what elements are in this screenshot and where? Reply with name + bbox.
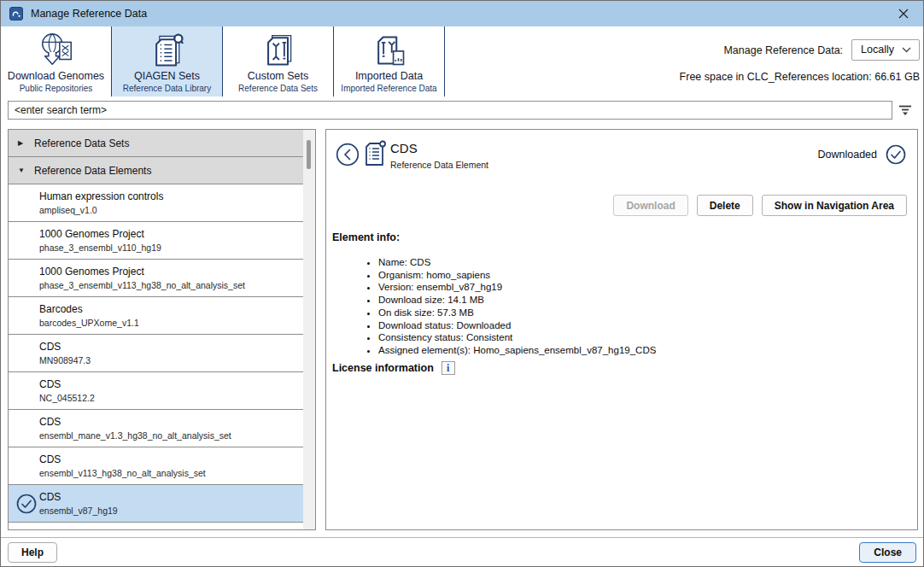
- status-text: Downloaded: [818, 149, 878, 161]
- element-info-item: Version: ensembl_v87_hg19: [378, 281, 656, 294]
- group-label: Reference Data Elements: [34, 165, 151, 177]
- license-row: License information i: [332, 361, 455, 375]
- detail-subtitle: Reference Data Element: [390, 160, 488, 170]
- group-reference-data-sets[interactable]: ▶ Reference Data Sets: [9, 130, 303, 157]
- action-buttons: Download Delete Show in Navigation Area: [613, 195, 907, 216]
- titlebar: Manage Reference Data: [1, 1, 923, 26]
- close-icon: [898, 9, 909, 19]
- window-close-button[interactable]: [884, 1, 923, 26]
- help-button[interactable]: Help: [8, 542, 57, 563]
- detail-title: CDS: [390, 141, 418, 155]
- filter-button[interactable]: [896, 102, 915, 118]
- qiagen-sets-icon: [149, 32, 186, 69]
- item-subtitle: MN908947.3: [39, 355, 303, 365]
- list-item[interactable]: Barcodes barcodes_UPXome_v1.1: [9, 297, 303, 335]
- tab-download-genomes[interactable]: Download Genomes Public Repositories: [1, 26, 112, 96]
- show-in-navigation-area-button[interactable]: Show in Navigation Area: [762, 195, 907, 216]
- element-info-heading: Element info:: [332, 231, 400, 243]
- element-info-item: Download status: Downloaded: [378, 319, 656, 332]
- list-item-selected[interactable]: CDS ensembl_v87_hg19: [9, 485, 303, 523]
- window-title: Manage Reference Data: [31, 8, 147, 20]
- info-icon[interactable]: i: [442, 361, 455, 375]
- location-select[interactable]: Locally: [851, 39, 920, 61]
- item-title: Human expression controls: [39, 190, 303, 202]
- reference-data-list-panel: ▶ Reference Data Sets ▼ Reference Data E…: [8, 129, 316, 530]
- footer: Help Close: [1, 537, 923, 566]
- expanded-triangle-icon: ▼: [18, 167, 26, 174]
- tab-custom-sets[interactable]: Custom Sets Reference Data Sets: [223, 26, 334, 96]
- list-item[interactable]: CDS ensembl_mane_v1.3_hg38_no_alt_analys…: [9, 410, 303, 447]
- element-info-item: Name: CDS: [378, 256, 656, 269]
- element-info-item: Organism: homo_sapiens: [378, 269, 656, 282]
- tab-sublabel: Reference Data Sets: [238, 84, 318, 93]
- list-item[interactable]: 1000 Genomes Project phase_3_ensembl_v11…: [9, 222, 303, 260]
- tab-sublabel: Public Repositories: [20, 84, 93, 93]
- status-check-circle-icon: [886, 144, 906, 165]
- search-input[interactable]: [8, 101, 892, 120]
- tab-sublabel: Imported Reference Data: [341, 84, 436, 93]
- manage-location-label: Manage Reference Data:: [723, 44, 843, 56]
- download-button[interactable]: Download: [613, 195, 687, 216]
- delete-button[interactable]: Delete: [697, 195, 753, 216]
- back-button[interactable]: [336, 143, 360, 167]
- reference-data-list: ▶ Reference Data Sets ▼ Reference Data E…: [9, 130, 303, 529]
- element-info-item: On disk size: 57.3 MB: [378, 307, 656, 319]
- element-info-item: Consistency status: Consistent: [378, 331, 656, 344]
- tab-label: Custom Sets: [248, 70, 309, 82]
- tab-imported-data[interactable]: Imported Data Imported Reference Data: [334, 26, 445, 96]
- download-status: Downloaded: [818, 144, 907, 165]
- list-item[interactable]: CDS ensembl_v113_hg38_no_alt_analysis_se…: [9, 447, 303, 485]
- list-item[interactable]: Human expression controls ampliseq_v1.0: [9, 184, 303, 222]
- tab-sublabel: Reference Data Library: [123, 84, 211, 93]
- item-subtitle: ensembl_v113_hg38_no_alt_analysis_set: [39, 468, 303, 478]
- element-info-item: Assigned element(s): Homo_sapiens_ensemb…: [378, 344, 656, 357]
- list-item[interactable]: CDS NC_045512.2: [9, 372, 303, 410]
- free-space-text: Free space in CLC_References location: 6…: [680, 71, 920, 83]
- list-item[interactable]: 1000 Genomes Project phase_3_ensembl_v11…: [9, 260, 303, 297]
- scrollbar-thumb[interactable]: [307, 140, 311, 169]
- group-reference-data-elements[interactable]: ▼ Reference Data Elements: [9, 157, 303, 184]
- app-icon: [9, 7, 23, 20]
- search-row: [8, 101, 916, 121]
- item-subtitle: phase_3_ensembl_v113_hg38_no_alt_analysi…: [39, 280, 303, 290]
- item-title: CDS: [39, 491, 303, 503]
- tab-label: Imported Data: [355, 70, 423, 82]
- chevron-down-icon: [902, 47, 911, 53]
- download-genomes-icon: [37, 32, 76, 69]
- item-subtitle: ensembl_v87_hg19: [39, 506, 303, 516]
- back-icon: [336, 143, 360, 167]
- manage-reference-data-dialog: Manage Reference Data Download: [0, 0, 924, 567]
- collapsed-triangle-icon: ▶: [18, 139, 26, 147]
- location-select-value: Locally: [861, 44, 894, 56]
- tab-label: QIAGEN Sets: [134, 70, 200, 82]
- tabs: Download Genomes Public Repositories: [1, 26, 923, 96]
- item-subtitle: ensembl_mane_v1.3_hg38_no_alt_analysis_s…: [39, 430, 303, 441]
- check-circle-icon: [16, 494, 37, 514]
- group-label: Reference Data Sets: [34, 137, 129, 149]
- filter-icon: [898, 104, 913, 117]
- item-title: Barcodes: [39, 303, 303, 315]
- element-info-list: Name: CDS Organism: homo_sapiens Version…: [367, 256, 656, 357]
- item-subtitle: NC_045512.2: [39, 393, 303, 403]
- tab-qiagen-sets[interactable]: QIAGEN Sets Reference Data Library: [112, 26, 223, 96]
- element-info-item: Download size: 14.1 MB: [378, 294, 656, 307]
- tabstrip: Download Genomes Public Repositories: [1, 26, 923, 96]
- imported-data-icon: [371, 32, 408, 69]
- list-item[interactable]: CDS MN908947.3: [9, 335, 303, 372]
- close-button[interactable]: Close: [859, 542, 916, 563]
- item-title: 1000 Genomes Project: [39, 228, 303, 240]
- item-title: CDS: [39, 341, 303, 353]
- item-title: CDS: [39, 416, 303, 428]
- scrollbar-track: [303, 130, 315, 529]
- item-title: 1000 Genomes Project: [39, 266, 303, 278]
- element-detail-panel: CDS Reference Data Element Downloaded Do…: [325, 129, 918, 530]
- item-subtitle: ampliseq_v1.0: [39, 205, 303, 215]
- reference-element-doc-icon: [365, 140, 386, 167]
- item-title: CDS: [39, 378, 303, 390]
- item-title: CDS: [39, 453, 303, 465]
- item-subtitle: barcodes_UPXome_v1.1: [39, 318, 303, 328]
- custom-sets-icon: [260, 32, 297, 69]
- tab-label: Download Genomes: [8, 70, 104, 82]
- license-heading: License information: [332, 362, 434, 374]
- manage-location-row: Manage Reference Data: Locally: [723, 39, 920, 61]
